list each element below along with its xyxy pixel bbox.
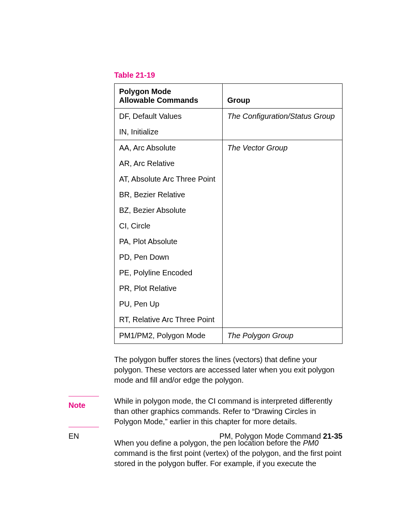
table-row: PE, Polyline Encoded <box>115 265 223 281</box>
footer-left: EN <box>68 432 79 441</box>
table-row: BR, Bezier Relative <box>115 187 223 203</box>
table-row: AT, Absolute Arc Three Point <box>115 171 223 187</box>
table-row: IN, Initialize <box>115 124 223 140</box>
table-row: PM1/PM2, Polygon Mode <box>115 328 223 344</box>
table-row: PU, Pen Up <box>115 296 223 312</box>
paragraph: When you define a polygon, the pen locat… <box>114 438 342 469</box>
table-row: PD, Pen Down <box>115 249 223 265</box>
group-cell: The Configuration/Status Group <box>223 109 342 140</box>
table-row: AA, Arc Absolute <box>115 140 223 156</box>
note-rule-top <box>68 396 99 396</box>
note-block: Note While in polygon mode, the CI comma… <box>68 396 342 427</box>
header-col2: Group <box>223 84 342 109</box>
table-caption: Table 21-19 <box>114 71 342 80</box>
table-row: BZ, Bezier Absolute <box>115 203 223 218</box>
footer-right-text: PM, Polygon Mode Command <box>220 432 323 440</box>
commands-table: Polygon Mode Allowable Commands Group DF… <box>114 83 342 344</box>
header-col1: Polygon Mode Allowable Commands <box>115 84 223 109</box>
table-row: PR, Plot Relative <box>115 281 223 296</box>
note-rule-bottom <box>68 427 99 427</box>
table-row: CI, Circle <box>115 218 223 234</box>
note-label-column: Note <box>68 396 114 427</box>
table-row: PA, Plot Absolute <box>115 234 223 249</box>
header-col1-line1: Polygon Mode <box>119 87 171 96</box>
page: Table 21-19 Polygon Mode Allowable Comma… <box>0 0 411 532</box>
table-row: DF, Default Values <box>115 109 223 125</box>
group-cell: The Polygon Group <box>223 328 342 344</box>
header-col1-line2: Allowable Commands <box>119 96 198 104</box>
paragraph: The polygon buffer stores the lines (vec… <box>114 355 342 385</box>
p2-part2: command is the first point (vertex) of t… <box>114 449 341 468</box>
footer-right: PM, Polygon Mode Command 21-35 <box>220 432 343 441</box>
table-row: AR, Arc Relative <box>115 156 223 171</box>
note-label: Note <box>68 401 114 410</box>
note-text: While in polygon mode, the CI command is… <box>114 396 342 427</box>
group-cell: The Vector Group <box>223 140 342 328</box>
page-footer: EN PM, Polygon Mode Command 21-35 <box>68 432 342 441</box>
footer-page-number: 21-35 <box>323 432 342 440</box>
table-row: RT, Relative Arc Three Point <box>115 312 223 328</box>
